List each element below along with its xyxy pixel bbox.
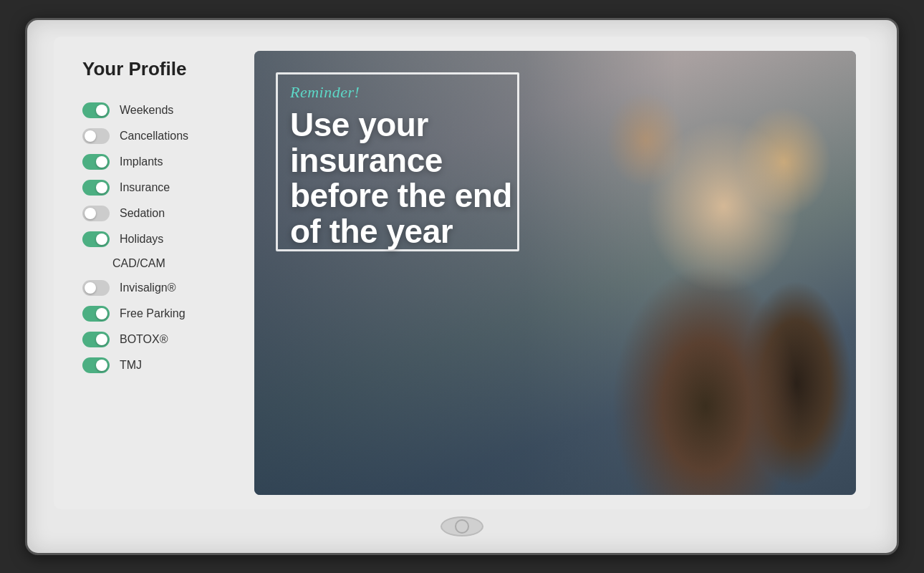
toggle-invisalign[interactable]	[82, 280, 110, 296]
toggle-item-sedation: Sedation	[82, 201, 233, 226]
monitor-power-button[interactable]	[441, 516, 483, 536]
toggle-label-weekends: Weekends	[120, 104, 173, 117]
toggle-knob-holidays	[96, 233, 107, 245]
toggle-label-implants: Implants	[120, 155, 163, 168]
toggle-item-holidays: Holidays	[82, 226, 233, 252]
ad-card: Reminder! Use your insurance before the …	[254, 51, 856, 495]
toggle-item-cancellations: Cancellations	[82, 123, 233, 149]
toggle-weekends[interactable]	[82, 102, 110, 118]
sidebar: Your Profile WeekendsCancellationsImplan…	[54, 37, 254, 509]
ad-reminder-text: Reminder!	[290, 83, 512, 102]
toggle-knob-botox	[96, 334, 107, 345]
toggle-knob-weekends	[96, 105, 107, 116]
ad-text-block: Reminder! Use your insurance before the …	[290, 83, 512, 250]
toggle-label-sedation: Sedation	[120, 207, 165, 220]
main-content: Reminder! Use your insurance before the …	[254, 37, 870, 509]
toggle-cancellations[interactable]	[82, 128, 110, 144]
toggle-item-botox: BOTOX®	[82, 327, 233, 352]
toggle-item-cadcam: CAD/CAM	[82, 252, 233, 275]
toggle-item-weekends: Weekends	[82, 97, 233, 123]
ad-headline: Use your insurance before the end of the…	[290, 107, 512, 250]
toggle-sedation[interactable]	[82, 206, 110, 221]
monitor-screen: Your Profile WeekendsCancellationsImplan…	[54, 37, 870, 509]
toggle-tmj[interactable]	[82, 357, 110, 373]
toggle-knob-tmj	[96, 360, 107, 371]
toggle-freeparking[interactable]	[82, 306, 110, 322]
toggle-item-invisalign: Invisalign®	[82, 275, 233, 301]
toggle-item-implants: Implants	[82, 149, 233, 175]
toggle-knob-sedation	[85, 208, 96, 219]
toggle-knob-invisalign	[85, 282, 96, 294]
toggle-label-holidays: Holidays	[120, 233, 163, 246]
toggle-item-freeparking: Free Parking	[82, 301, 233, 327]
toggle-label-cadcam: CAD/CAM	[112, 257, 165, 270]
sidebar-title: Your Profile	[82, 58, 233, 80]
toggle-label-tmj: TMJ	[120, 359, 142, 372]
toggle-label-freeparking: Free Parking	[120, 307, 186, 320]
toggle-label-cancellations: Cancellations	[120, 130, 188, 143]
toggle-label-insurance: Insurance	[120, 181, 170, 194]
toggle-botox[interactable]	[82, 332, 110, 347]
toggle-label-botox: BOTOX®	[120, 333, 168, 346]
toggle-item-insurance: Insurance	[82, 175, 233, 201]
toggle-knob-insurance	[96, 182, 107, 193]
toggle-holidays[interactable]	[82, 231, 110, 247]
toggle-label-invisalign: Invisalign®	[120, 281, 176, 294]
toggle-list: WeekendsCancellationsImplantsInsuranceSe…	[82, 97, 233, 378]
toggle-knob-implants	[96, 156, 107, 168]
toggle-knob-freeparking	[96, 308, 107, 319]
monitor-button-circle	[455, 519, 469, 534]
monitor: Your Profile WeekendsCancellationsImplan…	[25, 18, 899, 555]
toggle-knob-cancellations	[85, 130, 96, 142]
toggle-item-tmj: TMJ	[82, 352, 233, 378]
toggle-implants[interactable]	[82, 154, 110, 170]
toggle-insurance[interactable]	[82, 180, 110, 196]
